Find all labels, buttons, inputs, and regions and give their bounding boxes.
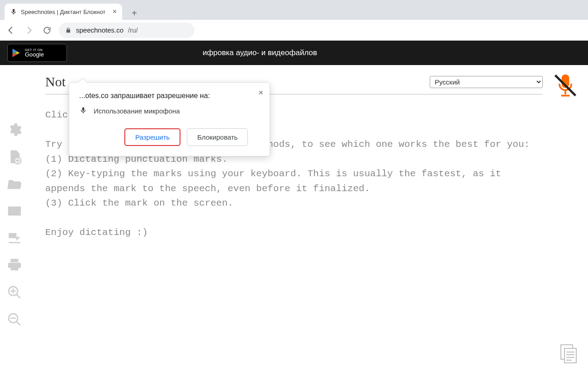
block-button[interactable]: Блокировать (187, 128, 248, 146)
svg-rect-10 (564, 348, 576, 363)
tab-favicon-mic-icon (10, 8, 17, 15)
copy-docs-icon[interactable] (558, 343, 580, 365)
language-select[interactable]: Русский (430, 76, 543, 88)
mail-icon[interactable] (7, 203, 22, 219)
google-play-big-text: Google (25, 52, 44, 57)
zoom-out-icon[interactable] (7, 312, 22, 327)
permission-popup: × ...otes.co запрашивает разрешение на: … (69, 82, 270, 156)
new-tab-button[interactable]: + (128, 6, 141, 20)
browser-chrome: Speechnotes | Диктант Блокнот × + speech… (0, 0, 588, 41)
forward-button[interactable] (23, 24, 35, 37)
popup-close-icon[interactable]: × (258, 88, 263, 98)
popup-permission-row: Использование микрофона (79, 106, 260, 116)
site-content: GET IT ON Google ифровка аудио- и видеоф… (0, 41, 588, 371)
url-path: /ru/ (128, 26, 138, 34)
microphone-icon (79, 106, 87, 116)
settings-icon[interactable] (7, 122, 22, 137)
google-play-badge[interactable]: GET IT ON Google (7, 44, 67, 62)
back-button[interactable] (5, 24, 17, 37)
allow-button[interactable]: Разрешить (124, 128, 180, 146)
reload-button[interactable] (41, 24, 53, 37)
export-icon[interactable] (7, 230, 22, 246)
banner-link[interactable]: ифровка аудио- и видеофайлов (203, 48, 317, 57)
url-host: speechnotes.co (76, 26, 123, 34)
zoom-in-icon[interactable] (7, 285, 22, 300)
tab-close-icon[interactable]: × (113, 8, 117, 16)
browser-toolbar: speechnotes.co/ru/ (0, 20, 588, 41)
lock-icon (65, 27, 71, 33)
dictate-mic-button[interactable] (552, 72, 579, 99)
print-icon[interactable] (7, 258, 22, 273)
popup-mic-label: Использование микрофона (94, 107, 180, 115)
popup-title: ...otes.co запрашивает разрешение на: (79, 92, 260, 100)
top-banner: GET IT ON Google ифровка аудио- и видеоф… (0, 41, 588, 65)
new-doc-icon[interactable] (7, 149, 22, 164)
google-play-icon (11, 48, 21, 58)
browser-tab[interactable]: Speechnotes | Диктант Блокнот × (5, 4, 122, 20)
tab-title: Speechnotes | Диктант Блокнот (21, 9, 109, 15)
tab-bar: Speechnotes | Диктант Блокнот × + (0, 0, 588, 20)
open-folder-icon[interactable] (7, 176, 22, 192)
address-bar[interactable]: speechnotes.co/ru/ (59, 23, 194, 38)
left-toolbar (5, 122, 24, 327)
